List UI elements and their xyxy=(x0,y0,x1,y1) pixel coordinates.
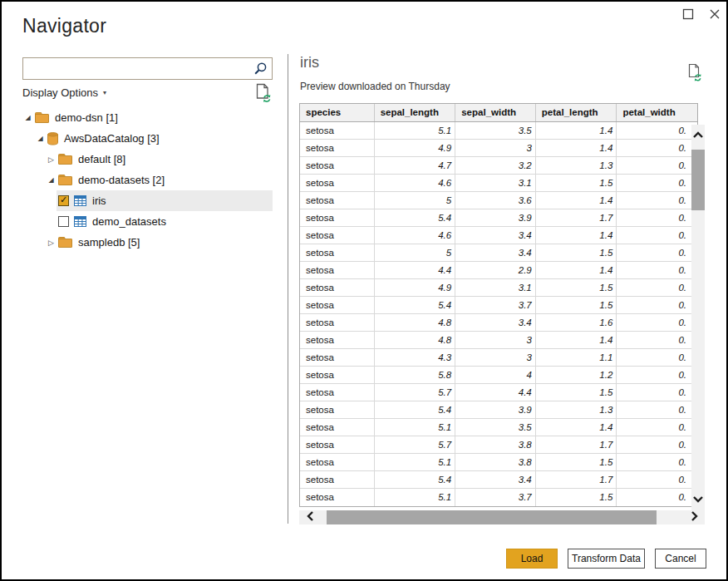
cell-species: setosa xyxy=(300,349,375,366)
cell-sepal-width: 3.5 xyxy=(455,122,536,139)
expander-icon[interactable] xyxy=(46,155,57,164)
cell-sepal-length: 5 xyxy=(375,192,456,209)
dataset-checkbox[interactable] xyxy=(58,216,69,227)
cell-petal-width: 0. xyxy=(617,122,697,139)
table-body: setosa 5.1 3.5 1.4 0. setosa 4.9 3 1.4 0… xyxy=(300,122,697,506)
cell-sepal-length: 5.1 xyxy=(375,122,456,139)
refresh-preview-button[interactable] xyxy=(688,63,703,82)
cancel-button[interactable]: Cancel xyxy=(655,549,706,569)
cell-sepal-width: 3 xyxy=(455,349,536,366)
expander-icon[interactable] xyxy=(46,239,57,247)
cell-petal-length: 1.7 xyxy=(536,209,617,226)
tree-item[interactable]: demo-datasets [2] xyxy=(22,170,273,190)
cell-petal-length: 1.5 xyxy=(536,384,617,401)
options-row: Display Options ▾ xyxy=(22,85,273,105)
scroll-up-button[interactable] xyxy=(691,125,705,146)
column-header: petal_width xyxy=(617,104,697,121)
cell-petal-length: 1.7 xyxy=(536,436,617,453)
refresh-document-icon xyxy=(256,93,273,106)
column-header: petal_length xyxy=(536,104,617,121)
table-row: setosa 5.4 3.7 1.5 0. xyxy=(300,297,697,314)
cell-sepal-length: 5.7 xyxy=(375,436,456,453)
cell-petal-length: 1.4 xyxy=(536,227,617,244)
horizontal-scrollbar[interactable] xyxy=(299,510,705,524)
cell-species: setosa xyxy=(300,157,375,174)
dataset-checkbox[interactable] xyxy=(58,195,69,206)
scroll-left-button[interactable] xyxy=(299,510,321,524)
preview-subtitle: Preview downloaded on Thursday xyxy=(300,81,450,92)
cell-petal-width: 0. xyxy=(617,367,697,383)
search-input[interactable] xyxy=(23,58,272,79)
tree-item[interactable]: demo_datasets xyxy=(22,211,273,232)
cell-sepal-width: 3.2 xyxy=(455,157,536,174)
cell-petal-width: 0. xyxy=(617,401,697,418)
tree-item[interactable]: AwsDataCatalog [3] xyxy=(22,128,273,149)
expander-icon[interactable] xyxy=(35,135,46,142)
cell-species: setosa xyxy=(300,436,375,453)
cell-petal-width: 0. xyxy=(617,332,697,348)
cell-sepal-width: 3.9 xyxy=(455,401,536,418)
cell-species: setosa xyxy=(300,297,375,313)
cell-petal-length: 1.7 xyxy=(536,471,617,488)
tree-item[interactable]: iris xyxy=(22,190,273,211)
vertical-scrollbar[interactable] xyxy=(691,125,705,510)
expander-icon[interactable] xyxy=(46,176,57,184)
pane-divider xyxy=(288,54,288,524)
tree-item-label: default [8] xyxy=(78,153,125,165)
column-header: sepal_width xyxy=(455,104,536,121)
tree-item[interactable]: demo-dsn [1] xyxy=(22,107,273,128)
tree-item[interactable]: sampledb [5] xyxy=(22,232,273,253)
cell-sepal-width: 3.4 xyxy=(455,314,536,331)
scroll-down-button[interactable] xyxy=(691,489,705,510)
load-button[interactable]: Load xyxy=(506,549,558,569)
expander-icon[interactable] xyxy=(22,114,33,121)
tree-item[interactable]: default [8] xyxy=(22,149,273,170)
cell-petal-width: 0. xyxy=(617,209,697,226)
maximize-button[interactable] xyxy=(676,4,700,26)
tree-item-body[interactable]: default [8] xyxy=(57,149,273,170)
refresh-tree-button[interactable] xyxy=(256,83,273,103)
tree-item-body[interactable]: iris xyxy=(57,190,273,211)
cell-petal-length: 1.5 xyxy=(536,297,617,313)
table-row: setosa 5.4 3.9 1.7 0. xyxy=(300,209,697,227)
cell-petal-width: 0. xyxy=(617,175,697,191)
cell-petal-length: 1.5 xyxy=(536,279,617,296)
cell-sepal-length: 4.4 xyxy=(375,262,456,278)
tree-item-label: iris xyxy=(92,194,106,207)
tree-item-body[interactable]: sampledb [5] xyxy=(57,232,273,253)
cell-sepal-length: 4.9 xyxy=(375,140,456,156)
table-row: setosa 5.7 4.4 1.5 0. xyxy=(300,384,697,401)
scroll-right-button[interactable] xyxy=(683,510,705,524)
column-header: species xyxy=(300,104,375,121)
tree-item-body[interactable]: demo_datasets xyxy=(57,211,273,232)
cell-sepal-length: 5.1 xyxy=(375,454,456,470)
tree-item-body[interactable]: demo-dsn [1] xyxy=(33,107,273,128)
vertical-scrollbar-thumb[interactable] xyxy=(691,150,705,210)
cell-species: setosa xyxy=(300,454,375,470)
navigator-tree: demo-dsn [1] xyxy=(22,107,273,253)
dialog-title: Navigator xyxy=(22,15,106,37)
tree-item-body[interactable]: AwsDataCatalog [3] xyxy=(46,128,273,149)
cell-sepal-length: 5.8 xyxy=(375,367,456,383)
transform-data-button[interactable]: Transform Data xyxy=(568,549,645,569)
cell-sepal-length: 5.1 xyxy=(375,419,456,436)
tree-item-body[interactable]: demo-datasets [2] xyxy=(57,170,273,190)
close-button[interactable] xyxy=(703,4,726,26)
cell-petal-length: 1.2 xyxy=(536,367,617,383)
cell-sepal-width: 3.9 xyxy=(455,209,536,226)
cell-sepal-length: 5 xyxy=(375,244,456,261)
cell-petal-width: 0. xyxy=(617,140,697,156)
display-options-dropdown[interactable]: Display Options ▾ xyxy=(22,86,106,99)
table-row: setosa 5.4 3.9 1.3 0. xyxy=(300,401,697,419)
table-row: setosa 5.1 3.5 1.4 0. xyxy=(300,122,697,140)
navigator-dialog: Navigator Display Options ▾ xyxy=(0,0,728,581)
cell-sepal-width: 3.7 xyxy=(455,489,536,506)
cell-species: setosa xyxy=(300,244,375,261)
cell-petal-width: 0. xyxy=(617,489,697,506)
search-icon[interactable] xyxy=(253,62,268,76)
preview-table: species sepal_length sepal_width petal_l… xyxy=(299,103,698,507)
cell-petal-length: 1.4 xyxy=(536,262,617,278)
cell-sepal-length: 4.6 xyxy=(375,175,456,191)
folder-icon xyxy=(58,154,72,165)
horizontal-scrollbar-thumb[interactable] xyxy=(327,510,657,524)
